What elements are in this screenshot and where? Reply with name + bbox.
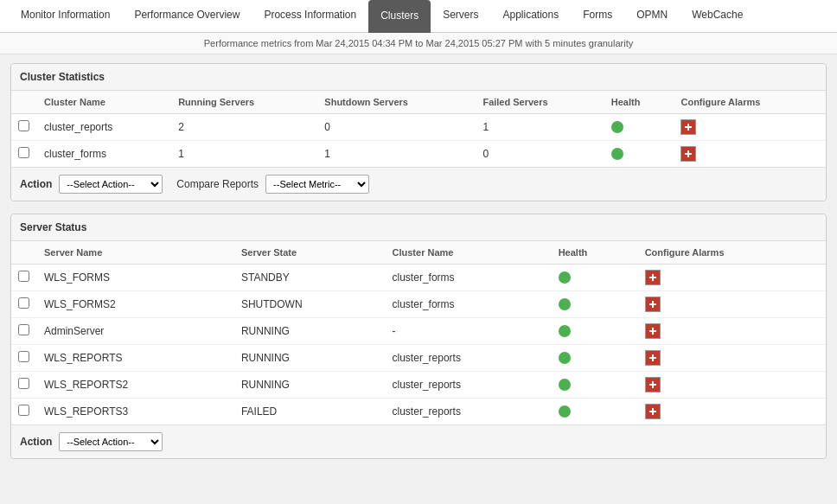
health-dot	[559, 352, 571, 364]
server-action-bar: Action --Select Action--	[11, 424, 826, 458]
health-dot	[559, 405, 571, 418]
row-checkbox[interactable]	[11, 318, 37, 345]
server-state-cell: SHUTDOWN	[234, 291, 386, 318]
cluster-name-cell: -	[386, 318, 552, 345]
row-checkbox[interactable]	[11, 399, 37, 425]
cluster-statistics-table: Cluster Name Running Servers Shutdown Se…	[11, 91, 826, 167]
alarms-cell[interactable]	[638, 291, 826, 318]
row-checkbox[interactable]	[11, 345, 37, 372]
server-status-table: Server Name Server State Cluster Name He…	[11, 241, 826, 424]
health-dot	[559, 379, 571, 391]
main-content: Cluster Statistics Cluster Name Running …	[0, 54, 837, 480]
shutdown-servers-cell: 1	[317, 141, 476, 168]
cluster-name-cell: cluster_reports	[386, 345, 552, 372]
nav-item-webcache[interactable]: WebCache	[680, 0, 755, 32]
alarms-cell[interactable]	[638, 345, 826, 372]
table-row: WLS_FORMS2 SHUTDOWN cluster_forms	[11, 291, 826, 318]
nav-item-applications[interactable]: Applications	[491, 0, 572, 32]
health-dot	[559, 325, 571, 337]
health-dot	[559, 298, 571, 310]
nav-bar: Monitor Information Performance Overview…	[0, 0, 837, 33]
server-status-title: Server Status	[11, 214, 826, 241]
table-row: AdminServer RUNNING -	[11, 318, 826, 345]
compare-reports-label: Compare Reports	[176, 178, 259, 190]
alarm-icon[interactable]	[645, 404, 661, 419]
health-dot	[611, 148, 623, 160]
health-dot	[611, 121, 623, 133]
cluster-name-cell: cluster_forms	[386, 291, 552, 318]
alarm-icon[interactable]	[645, 350, 661, 366]
col-header-health: Health	[552, 241, 638, 265]
row-checkbox[interactable]	[11, 141, 37, 168]
server-name-cell: WLS_REPORTS	[37, 345, 234, 372]
shutdown-servers-cell: 0	[317, 114, 476, 141]
nav-item-performance-overview[interactable]: Performance Overview	[122, 0, 252, 32]
cluster-name-cell: cluster_reports	[386, 372, 552, 399]
alarms-cell[interactable]	[638, 372, 826, 399]
server-state-cell: FAILED	[234, 399, 386, 425]
alarms-cell[interactable]	[638, 399, 826, 425]
table-row: WLS_REPORTS RUNNING cluster_reports	[11, 345, 826, 372]
server-state-cell: STANDBY	[234, 265, 386, 291]
row-checkbox[interactable]	[11, 114, 37, 141]
alarm-icon[interactable]	[645, 297, 661, 312]
running-servers-cell: 1	[171, 141, 317, 168]
health-dot	[559, 271, 571, 284]
col-header-health: Health	[604, 91, 674, 114]
failed-servers-cell: 1	[476, 114, 604, 141]
server-name-cell: WLS_FORMS	[37, 265, 234, 291]
col-header-configure-alarms: Configure Alarms	[638, 241, 826, 265]
server-name-cell: AdminServer	[37, 318, 234, 345]
health-cell	[552, 345, 638, 372]
health-cell	[552, 265, 638, 291]
cluster-name-cell: cluster_reports	[386, 399, 552, 425]
nav-item-monitor-information[interactable]: Monitor Information	[9, 0, 122, 32]
health-cell	[552, 399, 638, 425]
health-cell	[604, 141, 674, 168]
cluster-action-bar: Action --Select Action-- Compare Reports…	[11, 167, 826, 201]
server-action-select[interactable]: --Select Action--	[59, 432, 163, 451]
nav-item-servers[interactable]: Servers	[431, 0, 490, 32]
alarm-icon[interactable]	[680, 146, 696, 162]
col-header-failed-servers: Failed Servers	[476, 91, 604, 114]
server-action-label: Action	[20, 436, 52, 448]
alarms-cell[interactable]	[638, 265, 826, 291]
row-checkbox[interactable]	[11, 372, 37, 399]
col-header-server-name: Server Name	[37, 241, 234, 265]
server-name-cell: WLS_REPORTS2	[37, 372, 234, 399]
row-checkbox[interactable]	[11, 265, 37, 291]
col-header-checkbox	[11, 241, 37, 265]
row-checkbox[interactable]	[11, 291, 37, 318]
cluster-statistics-panel: Cluster Statistics Cluster Name Running …	[10, 63, 827, 201]
col-header-configure-alarms: Configure Alarms	[674, 91, 826, 114]
cluster-name-cell: cluster_forms	[37, 141, 171, 168]
cluster-metric-select[interactable]: --Select Metric--	[265, 175, 369, 194]
subtitle-bar: Performance metrics from Mar 24,2015 04:…	[0, 33, 837, 54]
table-row: WLS_FORMS STANDBY cluster_forms	[11, 265, 826, 291]
cluster-action-label: Action	[20, 178, 52, 190]
cluster-name-cell: cluster_forms	[386, 265, 552, 291]
server-state-cell: RUNNING	[234, 318, 386, 345]
cluster-action-select[interactable]: --Select Action--	[59, 175, 163, 194]
health-cell	[604, 114, 674, 141]
failed-servers-cell: 0	[476, 141, 604, 168]
alarm-icon[interactable]	[645, 323, 661, 339]
nav-item-forms[interactable]: Forms	[571, 0, 624, 32]
table-row: WLS_REPORTS3 FAILED cluster_reports	[11, 399, 826, 425]
nav-item-process-information[interactable]: Process Information	[252, 0, 368, 32]
nav-item-clusters[interactable]: Clusters	[368, 0, 431, 33]
alarm-icon[interactable]	[680, 119, 696, 135]
server-state-cell: RUNNING	[234, 372, 386, 399]
nav-item-opmn[interactable]: OPMN	[624, 0, 680, 32]
alarms-cell[interactable]	[638, 318, 826, 345]
col-header-running-servers: Running Servers	[171, 91, 317, 114]
subtitle-text: Performance metrics from Mar 24,2015 04:…	[204, 38, 633, 48]
alarms-cell[interactable]	[674, 114, 826, 141]
alarms-cell[interactable]	[674, 141, 826, 168]
server-name-cell: WLS_FORMS2	[37, 291, 234, 318]
running-servers-cell: 2	[171, 114, 317, 141]
server-status-panel: Server Status Server Name Server State C…	[10, 214, 827, 459]
alarm-icon[interactable]	[645, 270, 661, 285]
server-name-cell: WLS_REPORTS3	[37, 399, 234, 425]
alarm-icon[interactable]	[645, 377, 661, 392]
